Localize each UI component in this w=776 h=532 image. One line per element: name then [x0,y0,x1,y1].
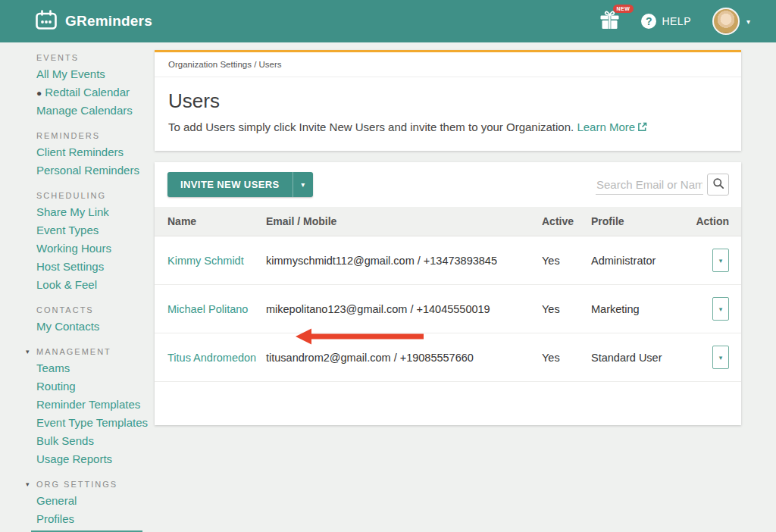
user-profile: Marketing [591,285,686,333]
table-row: Kimmy Schmidt kimmyschmidt112@gmail.com … [155,236,741,285]
page-description: To add Users simply click Invite New Use… [168,120,728,134]
users-table-card: INVITE NEW USERS ▾ [155,162,741,425]
table-header-row: Name Email / Mobile Active Profile Actio… [155,207,741,236]
sidebar-item-all-my-events[interactable]: All My Events [36,67,155,80]
row-action-dropdown-button[interactable]: ▾ [712,346,729,369]
sidebar-heading-label: ORG SETTINGS [36,480,117,489]
chevron-down-icon: ▾ [746,17,750,26]
sidebar-heading-contacts: CONTACTS [36,305,155,315]
sidebar-section-org-settings: ▾ORG SETTINGS General Profiles Users Cus… [36,480,155,532]
search-input[interactable] [596,175,703,195]
sidebar-item-redtail-calendar[interactable]: ●Redtail Calendar [36,86,155,99]
sidebar-section-management: ▾MANAGEMENT Teams Routing Reminder Templ… [36,347,155,465]
sidebar: EVENTS All My Events ●Redtail Calendar M… [0,42,155,532]
sidebar-heading-events: EVENTS [36,53,155,62]
sidebar-item-bulk-sends[interactable]: Bulk Sends [36,434,155,447]
main-content: Organization Settings / Users Users To a… [155,42,776,532]
sidebar-item-look-and-feel[interactable]: Look & Feel [36,278,155,291]
page-title: Users [168,89,728,113]
sidebar-item-working-hours[interactable]: Working Hours [36,242,155,255]
user-active: Yes [542,333,591,382]
external-link-icon [637,121,647,134]
account-menu[interactable]: ▾ [712,8,750,35]
sidebar-item-usage-reports[interactable]: Usage Reports [36,452,155,465]
chevron-down-icon: ▾ [301,180,305,189]
sidebar-item-routing[interactable]: Routing [36,380,155,393]
gift-icon [599,19,620,32]
help-question-icon: ? [641,14,656,29]
sidebar-item-reminder-templates[interactable]: Reminder Templates [36,398,155,411]
user-email-mobile: mikepolitano123@gmail.com / +14045550019 [266,285,542,333]
breadcrumb: Organization Settings / Users [155,52,741,77]
table-row: Michael Politano mikepolitano123@gmail.c… [155,285,741,333]
sidebar-item-event-types[interactable]: Event Types [36,224,155,236]
sidebar-heading-label: MANAGEMENT [36,347,111,356]
gift-button[interactable]: NEW [599,11,620,33]
user-name-link[interactable]: Kimmy Schmidt [167,255,244,267]
invite-new-users-button[interactable]: INVITE NEW USERS [167,172,293,197]
top-bar: GReminders NEW ? HELP ▾ [0,0,776,42]
chevron-down-icon: ▾ [719,305,723,313]
user-name-link[interactable]: Michael Politano [167,303,248,315]
sidebar-item-event-type-templates[interactable]: Event Type Templates [36,416,155,429]
sidebar-section-scheduling: SCHEDULING Share My Link Event Types Wor… [36,191,155,291]
sidebar-section-reminders: REMINDERS Client Reminders Personal Remi… [36,131,155,177]
search-icon [712,177,724,192]
sidebar-item-client-reminders[interactable]: Client Reminders [36,146,155,158]
sidebar-item-my-contacts[interactable]: My Contacts [36,320,155,333]
sidebar-item-label: Redtail Calendar [45,86,130,99]
sidebar-heading-scheduling: SCHEDULING [36,191,155,200]
user-profile: Standard User [591,333,686,382]
table-row: Titus Andromedon titusandrom2@gmail.com … [155,333,741,382]
user-active: Yes [542,285,591,333]
collapse-caret-icon[interactable]: ▾ [26,480,31,488]
search-button[interactable] [707,174,729,196]
calendar-logo-icon [35,10,58,33]
column-header-action: Action [686,207,741,236]
new-badge: NEW [613,5,634,13]
sidebar-section-events: EVENTS All My Events ●Redtail Calendar M… [36,53,155,117]
invite-dropdown-button[interactable]: ▾ [293,172,313,197]
toolbar: INVITE NEW USERS ▾ [155,162,741,207]
column-header-active: Active [542,207,591,236]
search-area [596,174,729,196]
sidebar-heading-management: ▾MANAGEMENT [36,347,155,356]
chevron-down-icon: ▾ [719,257,723,264]
user-email-mobile: kimmyschmidt112@gmail.com / +13473893845 [266,236,542,285]
sidebar-item-general[interactable]: General [36,494,155,507]
column-header-email-mobile: Email / Mobile [266,207,542,236]
sidebar-item-personal-reminders[interactable]: Personal Reminders [36,164,155,177]
brand-name: GReminders [65,13,152,30]
sidebar-item-host-settings[interactable]: Host Settings [36,260,155,273]
sidebar-section-contacts: CONTACTS My Contacts [36,305,155,333]
calendar-dot-icon: ● [36,88,42,99]
page-description-text: To add Users simply click Invite New Use… [168,120,574,133]
invite-new-users-split-button: INVITE NEW USERS ▾ [167,172,313,197]
intro-card: Organization Settings / Users Users To a… [155,50,741,151]
column-header-name: Name [155,207,266,236]
learn-more-link[interactable]: Learn More [577,120,647,133]
column-header-profile: Profile [591,207,686,236]
sidebar-heading-org-settings: ▾ORG SETTINGS [36,480,155,489]
help-button[interactable]: ? HELP [641,14,691,29]
row-action-dropdown-button[interactable]: ▾ [712,297,729,321]
user-active: Yes [542,236,591,285]
avatar [712,8,740,35]
sidebar-item-manage-calendars[interactable]: Manage Calendars [36,104,155,117]
users-table: Name Email / Mobile Active Profile Actio… [155,207,741,382]
collapse-caret-icon[interactable]: ▾ [26,348,31,355]
user-name-link[interactable]: Titus Andromedon [167,352,256,364]
user-email-mobile: titusandrom2@gmail.com / +19085557660 [266,333,542,382]
help-label: HELP [662,15,691,27]
row-action-dropdown-button[interactable]: ▾ [712,249,729,272]
sidebar-item-share-my-link[interactable]: Share My Link [36,205,155,218]
sidebar-item-teams[interactable]: Teams [36,361,155,374]
chevron-down-icon: ▾ [719,354,723,361]
user-profile: Administrator [591,236,686,285]
learn-more-label: Learn More [577,120,635,133]
sidebar-heading-reminders: REMINDERS [36,131,155,140]
sidebar-item-profiles[interactable]: Profiles [36,512,155,525]
brand[interactable]: GReminders [35,10,152,33]
